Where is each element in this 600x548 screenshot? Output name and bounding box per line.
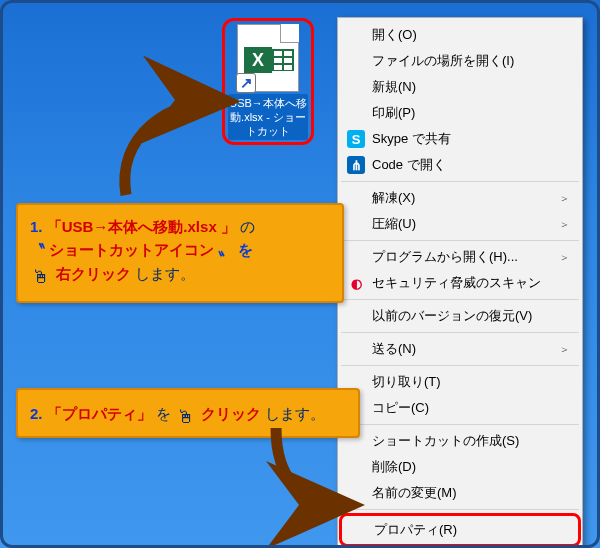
menu-item-1[interactable]: ファイルの場所を開く(I)	[340, 48, 580, 74]
menu-separator	[341, 181, 579, 182]
skype-icon: S	[347, 130, 365, 148]
menu-item-24[interactable]: プロパティ(R)	[339, 513, 581, 547]
context-menu: 開く(O)ファイルの場所を開く(I)新規(N)印刷(P)SSkype で共有⋔C…	[337, 17, 583, 548]
shortcut-overlay-icon: ↗	[236, 73, 256, 93]
menu-item-8[interactable]: 圧縮(U)＞	[340, 211, 580, 237]
menu-item-label: 名前の変更(M)	[372, 484, 457, 502]
menu-item-17[interactable]: 切り取り(T)	[340, 369, 580, 395]
menu-item-label: Code で開く	[372, 156, 446, 174]
mouse-icon: 🖱	[32, 264, 50, 292]
arrow-step1-icon	[111, 95, 231, 205]
menu-item-label: プログラムから開く(H)...	[372, 248, 518, 266]
submenu-arrow-icon: ＞	[559, 250, 570, 265]
menu-item-7[interactable]: 解凍(X)＞	[340, 185, 580, 211]
menu-item-15[interactable]: 送る(N)＞	[340, 336, 580, 362]
menu-separator	[341, 365, 579, 366]
menu-item-21[interactable]: 削除(D)	[340, 454, 580, 480]
file-thumbnail: X ↗	[237, 24, 299, 92]
menu-item-3[interactable]: 印刷(P)	[340, 100, 580, 126]
instruction-step-1: 1. 「USB→本体へ移動.xlsx 」 の 〝 ショートカットアイコン 〟 を…	[16, 203, 344, 303]
menu-item-22[interactable]: 名前の変更(M)	[340, 480, 580, 506]
spreadsheet-grid-icon	[272, 49, 294, 71]
excel-shortcut-icon[interactable]: X ↗ USB→本体へ移動.xlsx - ショートカット	[222, 18, 314, 145]
menu-separator	[341, 424, 579, 425]
menu-item-18[interactable]: コピー(C)	[340, 395, 580, 421]
mouse-icon: 🖱	[177, 404, 195, 432]
menu-item-label: 切り取り(T)	[372, 373, 441, 391]
menu-item-label: 以前のバージョンの復元(V)	[372, 307, 532, 325]
menu-item-10[interactable]: プログラムから開く(H)...＞	[340, 244, 580, 270]
menu-item-label: 新規(N)	[372, 78, 416, 96]
submenu-arrow-icon: ＞	[559, 217, 570, 232]
menu-item-label: 圧縮(U)	[372, 215, 416, 233]
menu-separator	[341, 240, 579, 241]
vsc-icon: ⋔	[347, 156, 365, 174]
shortcut-filename: USB→本体へ移動.xlsx - ショートカット	[228, 94, 308, 140]
menu-separator	[341, 299, 579, 300]
menu-item-label: プロパティ(R)	[374, 521, 457, 539]
menu-item-label: コピー(C)	[372, 399, 429, 417]
menu-item-label: ファイルの場所を開く(I)	[372, 52, 514, 70]
menu-separator	[341, 509, 579, 510]
menu-item-label: ショートカットの作成(S)	[372, 432, 519, 450]
menu-item-11[interactable]: ◐セキュリティ脅威のスキャン	[340, 270, 580, 296]
menu-item-label: セキュリティ脅威のスキャン	[372, 274, 541, 292]
arrow-step2-icon	[271, 423, 351, 513]
menu-item-13[interactable]: 以前のバージョンの復元(V)	[340, 303, 580, 329]
submenu-arrow-icon: ＞	[559, 342, 570, 357]
menu-item-label: 送る(N)	[372, 340, 416, 358]
menu-item-label: 開く(O)	[372, 26, 417, 44]
menu-item-label: 印刷(P)	[372, 104, 415, 122]
menu-item-label: Skype で共有	[372, 130, 451, 148]
menu-item-20[interactable]: ショートカットの作成(S)	[340, 428, 580, 454]
menu-item-label: 削除(D)	[372, 458, 416, 476]
submenu-arrow-icon: ＞	[559, 191, 570, 206]
menu-separator	[341, 332, 579, 333]
menu-item-4[interactable]: SSkype で共有	[340, 126, 580, 152]
menu-item-2[interactable]: 新規(N)	[340, 74, 580, 100]
excel-logo-icon: X	[244, 47, 272, 73]
menu-item-5[interactable]: ⋔Code で開く	[340, 152, 580, 178]
menu-item-label: 解凍(X)	[372, 189, 415, 207]
menu-item-0[interactable]: 開く(O)	[340, 22, 580, 48]
trend-icon: ◐	[347, 274, 365, 292]
